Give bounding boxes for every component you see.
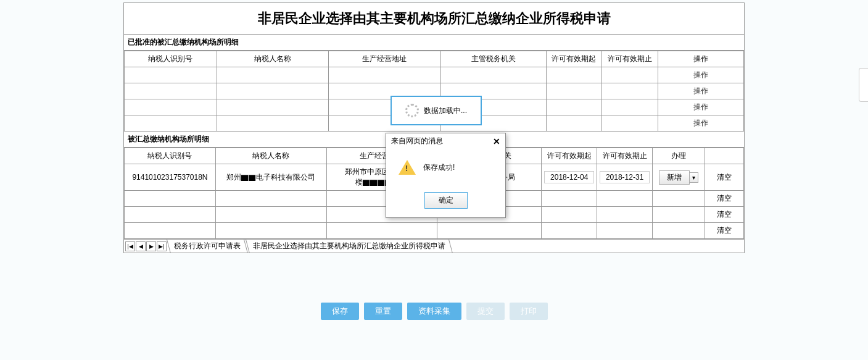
cell-taxpayer-id: 91410102317537018N (125, 164, 216, 191)
ok-button[interactable]: 确定 (424, 192, 468, 209)
message-dialog: 来自网页的消息 ✕ 保存成功! 确定 (386, 133, 506, 218)
nav-next-icon[interactable]: ▶ (146, 241, 156, 251)
col-date-end: 许可有效期止 (597, 148, 653, 164)
col-address: 生产经营地址 (329, 51, 441, 67)
nav-prev-icon[interactable]: ◀ (136, 241, 146, 251)
add-button[interactable]: 新增 (659, 170, 690, 185)
submit-button: 提交 (466, 303, 505, 320)
collect-button[interactable]: 资料采集 (407, 303, 461, 320)
warning-icon (399, 160, 416, 175)
col-date-end: 许可有效期止 (602, 51, 658, 67)
action-button[interactable]: 操作 (693, 103, 708, 111)
col-taxpayer-name: 纳税人名称 (215, 148, 326, 164)
clear-button[interactable]: 清空 (717, 173, 732, 182)
action-button[interactable]: 操作 (693, 86, 708, 95)
col-taxpayer-id: 纳税人识别号 (125, 148, 216, 164)
action-button[interactable]: 操作 (693, 119, 708, 127)
close-icon[interactable]: ✕ (493, 136, 500, 146)
bottom-toolbar: 保存 重置 资料采集 提交 打印 (321, 303, 548, 320)
col-action: 操作 (658, 51, 744, 67)
cell-taxpayer-name: 郑州▇▇电子科技有限公司 (215, 164, 326, 191)
clear-button[interactable]: 清空 (717, 194, 732, 203)
col-date-start: 许可有效期起 (542, 148, 597, 164)
action-button[interactable]: 操作 (693, 70, 708, 79)
col-taxpayer-name: 纳税人名称 (217, 51, 329, 67)
date-end-input[interactable] (600, 171, 650, 183)
nav-first-icon[interactable]: |◀ (125, 241, 135, 251)
table-row: 清空 (125, 223, 744, 239)
col-taxpayer-id: 纳税人识别号 (125, 51, 217, 67)
dialog-title-text: 来自网页的消息 (391, 136, 443, 146)
side-widget[interactable] (859, 68, 868, 102)
section1-title: 已批准的被汇总缴纳机构场所明细 (124, 35, 744, 51)
dropdown-button[interactable]: ▾ (690, 172, 698, 183)
col-date-start: 许可有效期起 (546, 51, 602, 67)
col-clear (705, 148, 743, 164)
reset-button[interactable]: 重置 (364, 303, 402, 320)
print-button: 打印 (510, 303, 548, 320)
col-handle: 办理 (653, 148, 705, 164)
tab-bar: |◀ ◀ ▶ ▶| 税务行政许可申请表 非居民企业选择由其主要机构场所汇总缴纳企… (124, 239, 744, 253)
clear-button[interactable]: 清空 (717, 210, 732, 219)
save-button[interactable]: 保存 (321, 303, 359, 320)
tab-nonresident-form[interactable]: 非居民企业选择由其主要机构场所汇总缴纳企业所得税申请 (246, 240, 453, 253)
date-start-input[interactable] (544, 171, 594, 183)
col-tax-org: 主管税务机关 (440, 51, 546, 67)
loading-indicator: 数据加载中... (391, 96, 482, 125)
table-row: 操作 (125, 67, 744, 83)
loading-text: 数据加载中... (424, 106, 467, 116)
nav-last-icon[interactable]: ▶| (157, 241, 167, 251)
page-title: 非居民企业选择由其主要机构场所汇总缴纳企业所得税申请 (124, 3, 744, 35)
spinner-icon (405, 104, 419, 117)
dialog-message: 保存成功! (423, 162, 455, 173)
tab-permit-form[interactable]: 税务行政许可申请表 (167, 240, 248, 253)
clear-button[interactable]: 清空 (717, 226, 732, 235)
